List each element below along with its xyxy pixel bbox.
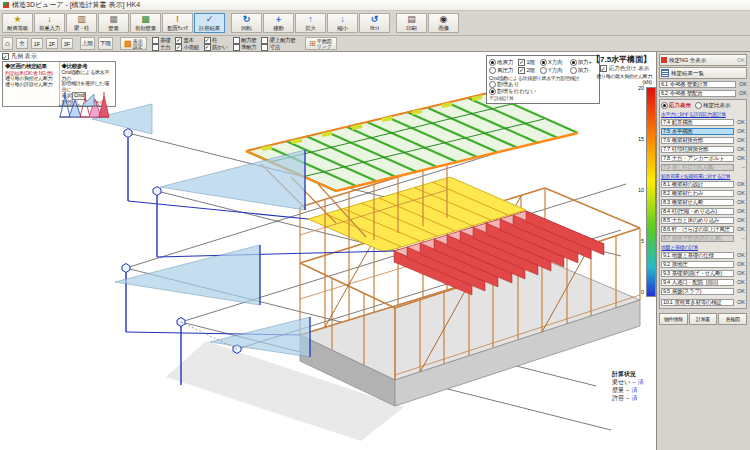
stress-color-toggle[interactable]: 応力色分け 表示: [600, 65, 649, 72]
floor-up-button[interactable]: 上階: [80, 37, 95, 50]
plan-grid-icon: ⊞: [309, 39, 316, 48]
checkbox-tairyokuheki[interactable]: 耐力壁: [233, 37, 257, 43]
sidebar-row-78[interactable]: 7.8土台・アンカーボルトOK: [661, 154, 745, 162]
sidebar-row-76[interactable]: 7.6横架材接合部OK: [661, 136, 745, 144]
wall-amount-button[interactable]: ▦壁量: [98, 13, 129, 33]
view-title: 【7.5水平構面】: [592, 54, 651, 65]
floor-down-button[interactable]: 下階: [98, 37, 113, 50]
layout-check-button[interactable]: !配置ﾁｪｯｸ: [162, 13, 193, 33]
beam-column-button[interactable]: ▥梁・柱: [66, 13, 97, 33]
floor-2f-button[interactable]: 2F: [46, 38, 58, 49]
checkbox-floor2[interactable]: 2階: [518, 67, 540, 74]
floor-1f-button[interactable]: 1F: [31, 38, 43, 49]
section-header-vertical[interactable]: 鉛直荷重と短期荷重に対する計算: [661, 173, 745, 179]
pan-icon: ＋: [274, 15, 283, 25]
floor-select-icon[interactable]: ⌂: [2, 37, 13, 50]
beam-grid-icon: ▥: [77, 15, 86, 25]
legend-toggle[interactable]: 凡例 表示: [2, 53, 116, 60]
radio-seismic[interactable]: 地震力: [489, 59, 518, 66]
printer-icon: ▤: [407, 15, 416, 25]
stress-colorbar: [646, 87, 656, 297]
checkbox-koyagumi[interactable]: 小屋組: [175, 44, 199, 50]
calc-status-block: 計算状況 梁せい−済 壁量−済 許容−済: [612, 370, 644, 402]
effective-wall-button[interactable]: ▩有効壁量: [130, 13, 161, 33]
window-titlebar: 構造3Dビューア - [構造計算書 表示] HK4: [0, 0, 750, 11]
sidebar-row-77[interactable]: 7.7柱頭柱脚接合部OK: [661, 145, 745, 153]
sidebar-row-95[interactable]: 9.5底盤(スラブ)OK: [661, 287, 745, 295]
sidebar-bottom-buttons: 物件情報 計算書 各種図: [659, 313, 747, 325]
radio-ratio-display[interactable]: 検定比表示: [695, 102, 731, 109]
ng-show-all-button[interactable]: 検定NG 全表示 OK: [659, 54, 747, 66]
axis-hex-markers: [122, 129, 241, 354]
plan-link-button[interactable]: ⊞ 平面図リンク: [305, 37, 337, 50]
sidebar-row-61[interactable]: 6.1令46条 壁量計算OK: [659, 80, 747, 88]
sidebar-row-74[interactable]: 7.4鉛直構面OK: [661, 118, 745, 126]
radio-stress-display[interactable]: 応力表示: [661, 102, 691, 109]
checkbox-juntairyoku[interactable]: 準耐力: [233, 44, 257, 50]
legend-panel: 凡例 表示 ◆区画の検定結果 判定結果(OK:青 NG:赤): [2, 53, 116, 107]
print-button[interactable]: ▤印刷: [396, 13, 427, 33]
sidebar-row-92[interactable]: 9.2接地圧OK: [661, 260, 745, 268]
section-header-foundation[interactable]: 地盤と基礎の計算: [661, 244, 745, 250]
sidebar-row-101[interactable]: 10.1屋根葺き材等の検証OK: [661, 298, 745, 306]
main-toolbar: ★耐震等級 ↓荷重入力 ▥梁・柱 ▦壁量 ▩有効壁量 !配置ﾁｪｯｸ ✓許容結果…: [0, 11, 750, 36]
sidebar-row-79-disabled: 7.9通し柱(2方向入隅)−: [661, 163, 745, 171]
sidebar-row-91[interactable]: 9.1地盤と基礎の仕様OK: [661, 251, 745, 259]
reset-icon: ↺: [371, 15, 379, 25]
section-header-horizontal[interactable]: 水平力に対する許容応力度計算: [661, 111, 745, 117]
allowable-result-button[interactable]: ✓許容結果: [194, 13, 225, 33]
floor-all-button[interactable]: 全: [16, 38, 28, 49]
load-arrow-icon: ↓: [47, 15, 52, 25]
radio-x-direction[interactable]: X方向: [540, 59, 569, 66]
checkbox-sunpo[interactable]: 寸法: [261, 44, 295, 50]
sidebar-row-94[interactable]: 9.4人通口・配筋開口OK: [661, 278, 745, 286]
radio-increase-on[interactable]: 割増あり: [489, 81, 597, 88]
rotate-button[interactable]: ↻回転: [231, 13, 262, 33]
checkbox-kiso[interactable]: 基礎: [152, 37, 170, 43]
sidebar-row-62[interactable]: 6.2令46条 壁配置OK: [659, 89, 747, 97]
result-list-button[interactable]: 検定結果一覧: [659, 67, 747, 79]
sidebar-row-93[interactable]: 9.3基礎梁(曲げ・せん断)OK: [661, 269, 745, 277]
load-input-button[interactable]: ↓荷重入力: [34, 13, 65, 33]
drawings-button[interactable]: 各種図: [718, 313, 747, 325]
checkbox-haribue[interactable]: 梁上耐力壁: [261, 37, 295, 43]
zoom-out-button[interactable]: ↓縮小: [327, 13, 358, 33]
sidebar-row-86[interactable]: 8.6軒・けらばの吹上げ風圧OK: [661, 225, 745, 233]
checkbox-dodai[interactable]: 土台: [152, 44, 170, 50]
result-sidebar: 検定NG 全表示 OK 検定結果一覧 6.1令46条 壁量計算OK 6.2令46…: [657, 52, 749, 450]
star-icon: ★: [13, 15, 21, 25]
sidebar-row-75-selected[interactable]: 7.5水平構面OK: [661, 127, 745, 135]
colorbar-tick: 20: [630, 85, 644, 91]
window-title: 構造3Dビューア - [構造計算書 表示] HK4: [12, 0, 140, 10]
wall-grid-icon: ▦: [109, 15, 118, 25]
pan-button[interactable]: ＋移動: [263, 13, 294, 33]
alert-icon: !: [176, 15, 179, 25]
ng-icon: [661, 57, 667, 63]
force-triangles: [92, 104, 310, 357]
zoom-in-button[interactable]: ↑拡大: [295, 13, 326, 33]
calc-sheet-button[interactable]: 計算書: [689, 313, 718, 325]
sidebar-row-84[interactable]: 8.4柱(圧縮・めり込み)OK: [661, 207, 745, 215]
colorbar-tick: 15: [630, 136, 644, 142]
radio-wind[interactable]: 風圧力: [489, 67, 518, 74]
legend-result-column: ◆区画の検定結果 判定結果(OK:青 NG:赤) 通り毎の負担せん断力 通り毎の…: [3, 62, 59, 106]
checkbox-floor1[interactable]: 1階: [518, 59, 540, 66]
floor-3f-button[interactable]: 3F: [61, 38, 73, 49]
model-viewport[interactable]: 凡例 表示 ◆区画の検定結果 判定結果(OK:青 NG:赤): [0, 52, 657, 450]
seismic-grade-button[interactable]: ★耐震等級: [2, 13, 33, 33]
check-icon: ✓: [206, 15, 214, 25]
sidebar-row-85[interactable]: 8.5土台と床のめり込みOK: [661, 216, 745, 224]
radio-increase-off[interactable]: 割増を行わない: [489, 88, 597, 95]
legend-compare-diagram: [58, 90, 102, 108]
checkbox-sujikai[interactable]: 筋かい: [204, 44, 228, 50]
sidebar-row-81[interactable]: 8.1横架材の設計OK: [661, 180, 745, 188]
sidebar-row-83[interactable]: 8.3横架材せん断OK: [661, 198, 745, 206]
property-info-button[interactable]: 物件情報: [659, 313, 688, 325]
display-settings-button[interactable]: ▧ 表示設定: [120, 37, 147, 50]
sidebar-row-87-disabled: 8.7面格子壁(面内せん断)−: [661, 234, 745, 242]
capture-image-button[interactable]: ◉画像: [428, 13, 459, 33]
reset-view-button[interactable]: ↺ﾘｾｯﾄ: [359, 13, 390, 33]
sidebar-row-82[interactable]: 8.2横架材たわみOK: [661, 189, 745, 197]
load-options-panel: 地震力 1階 X方向 加力+ 風圧力 2階 Y方向 加力- Cmd係数による吹抜…: [486, 55, 600, 104]
display-checkbox-group: 基礎 土台 垂木 小屋組 柱 筋かい 耐力壁 準耐力 梁上耐力壁 寸法: [152, 37, 296, 50]
